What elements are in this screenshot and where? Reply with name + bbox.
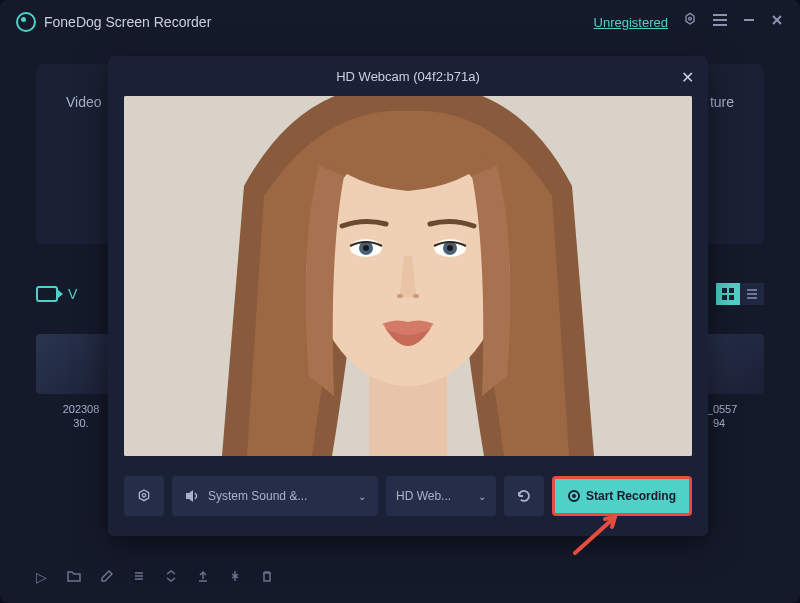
compress-icon[interactable]	[229, 569, 241, 585]
unregistered-link[interactable]: Unregistered	[594, 15, 668, 30]
minimize-icon[interactable]	[742, 13, 756, 31]
titlebar: FoneDog Screen Recorder Unregistered	[0, 0, 800, 44]
audio-source-dropdown[interactable]: System Sound &... ⌄	[172, 476, 378, 516]
adjust-icon[interactable]	[133, 569, 145, 585]
app-logo-icon	[16, 12, 36, 32]
svg-point-1	[689, 17, 692, 20]
device-dropdown[interactable]: HD Web... ⌄	[386, 476, 496, 516]
app-title: FoneDog Screen Recorder	[44, 14, 211, 30]
close-icon[interactable]	[770, 13, 784, 31]
grid-view-button[interactable]	[716, 283, 740, 305]
svg-marker-0	[686, 13, 694, 24]
menu-icon[interactable]	[712, 13, 728, 31]
chevron-down-icon: ⌄	[478, 491, 486, 502]
webcam-preview	[124, 96, 692, 456]
delete-icon[interactable]	[261, 569, 273, 585]
svg-rect-10	[722, 295, 727, 300]
modal-header: HD Webcam (04f2:b71a) ✕	[108, 56, 708, 96]
chevron-down-icon: ⌄	[358, 491, 366, 502]
start-recording-label: Start Recording	[586, 489, 676, 503]
titlebar-left: FoneDog Screen Recorder	[16, 12, 211, 32]
svg-rect-8	[722, 288, 727, 293]
filter-label: V	[68, 286, 77, 302]
record-icon	[568, 490, 580, 502]
webcam-modal: HD Webcam (04f2:b71a) ✕	[108, 56, 708, 536]
svg-point-26	[447, 245, 453, 251]
svg-point-34	[142, 494, 145, 497]
view-toggle	[716, 283, 764, 305]
camera-icon	[36, 286, 58, 302]
tab-video-label: Video	[66, 94, 102, 110]
folder-icon[interactable]	[67, 569, 81, 585]
modal-controls: System Sound &... ⌄ HD Web... ⌄ Start Re…	[108, 464, 708, 528]
svg-rect-11	[729, 295, 734, 300]
svg-point-23	[363, 245, 369, 251]
svg-marker-33	[139, 490, 148, 501]
refresh-button[interactable]	[504, 476, 544, 516]
svg-point-27	[397, 294, 403, 298]
convert-icon[interactable]	[165, 569, 177, 585]
modal-title: HD Webcam (04f2:b71a)	[336, 69, 480, 84]
svg-point-28	[413, 294, 419, 298]
play-icon[interactable]: ▷	[36, 569, 47, 585]
svg-rect-19	[369, 376, 447, 456]
thumbnail-label: 20230830.	[63, 402, 100, 431]
settings-gear-icon[interactable]	[682, 12, 698, 32]
tab-capture-label: ture	[710, 94, 734, 110]
share-icon[interactable]	[197, 569, 209, 585]
start-recording-button[interactable]: Start Recording	[552, 476, 692, 516]
device-label: HD Web...	[396, 489, 451, 503]
audio-source-label: System Sound &...	[208, 489, 307, 503]
modal-settings-button[interactable]	[124, 476, 164, 516]
titlebar-right: Unregistered	[594, 12, 784, 32]
modal-close-icon[interactable]: ✕	[681, 68, 694, 87]
list-view-button[interactable]	[740, 283, 764, 305]
svg-rect-9	[729, 288, 734, 293]
bottom-toolbar: ▷	[36, 569, 273, 585]
edit-icon[interactable]	[101, 569, 113, 585]
speaker-icon	[184, 489, 200, 503]
